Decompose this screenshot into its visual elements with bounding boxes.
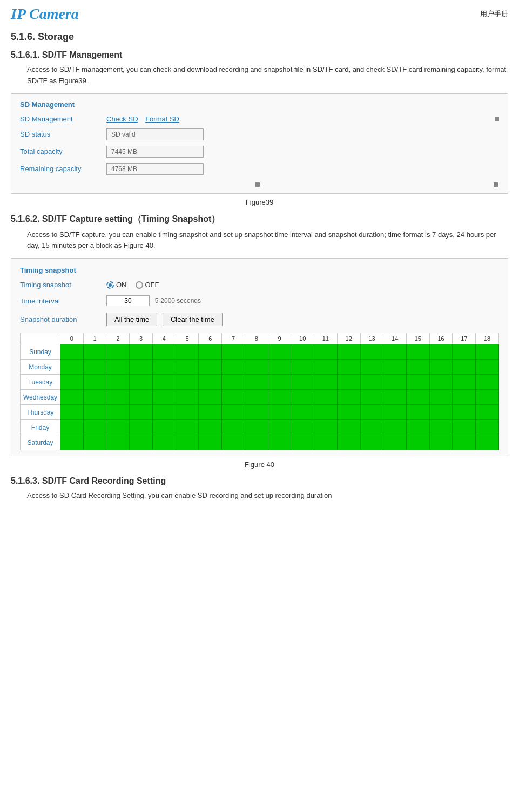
friday-cell-18[interactable] (476, 420, 499, 435)
on-radio-item[interactable]: ON (106, 281, 127, 289)
monday-cell-14[interactable] (383, 360, 407, 375)
thursday-cell-10[interactable] (291, 405, 314, 420)
wednesday-cell-17[interactable] (453, 390, 476, 405)
saturday-cell-1[interactable] (84, 435, 107, 450)
sunday-cell-12[interactable] (338, 344, 361, 360)
all-time-button[interactable]: All the time (106, 313, 157, 326)
sunday-cell-14[interactable] (383, 344, 407, 360)
sunday-cell-2[interactable] (106, 344, 130, 360)
thursday-cell-18[interactable] (476, 405, 499, 420)
tuesday-cell-12[interactable] (338, 375, 361, 390)
tuesday-cell-10[interactable] (291, 375, 314, 390)
saturday-cell-5[interactable] (176, 435, 199, 450)
monday-cell-7[interactable] (222, 360, 245, 375)
tuesday-cell-0[interactable] (60, 375, 84, 390)
thursday-cell-17[interactable] (453, 405, 476, 420)
saturday-cell-6[interactable] (199, 435, 222, 450)
tuesday-cell-8[interactable] (245, 375, 268, 390)
friday-cell-16[interactable] (430, 420, 453, 435)
monday-cell-12[interactable] (338, 360, 361, 375)
monday-cell-1[interactable] (84, 360, 107, 375)
thursday-cell-1[interactable] (84, 405, 107, 420)
monday-cell-3[interactable] (130, 360, 153, 375)
saturday-cell-13[interactable] (361, 435, 384, 450)
thursday-cell-5[interactable] (176, 405, 199, 420)
saturday-cell-12[interactable] (338, 435, 361, 450)
saturday-cell-3[interactable] (130, 435, 153, 450)
saturday-cell-17[interactable] (453, 435, 476, 450)
sunday-cell-11[interactable] (314, 344, 338, 360)
friday-cell-13[interactable] (361, 420, 384, 435)
monday-cell-9[interactable] (268, 360, 292, 375)
monday-cell-17[interactable] (453, 360, 476, 375)
tuesday-cell-2[interactable] (106, 375, 130, 390)
friday-cell-10[interactable] (291, 420, 314, 435)
thursday-cell-4[interactable] (153, 405, 176, 420)
tuesday-cell-3[interactable] (130, 375, 153, 390)
friday-cell-17[interactable] (453, 420, 476, 435)
friday-cell-9[interactable] (268, 420, 292, 435)
thursday-cell-2[interactable] (106, 405, 130, 420)
wednesday-cell-13[interactable] (361, 390, 384, 405)
friday-cell-1[interactable] (84, 420, 107, 435)
sunday-cell-17[interactable] (453, 344, 476, 360)
saturday-cell-7[interactable] (222, 435, 245, 450)
off-radio-item[interactable]: OFF (136, 281, 159, 289)
sunday-cell-7[interactable] (222, 344, 245, 360)
wednesday-cell-18[interactable] (476, 390, 499, 405)
friday-cell-6[interactable] (199, 420, 222, 435)
saturday-cell-8[interactable] (245, 435, 268, 450)
sunday-cell-3[interactable] (130, 344, 153, 360)
wednesday-cell-16[interactable] (430, 390, 453, 405)
friday-cell-8[interactable] (245, 420, 268, 435)
monday-cell-15[interactable] (407, 360, 430, 375)
saturday-cell-14[interactable] (383, 435, 407, 450)
saturday-cell-10[interactable] (291, 435, 314, 450)
thursday-cell-6[interactable] (199, 405, 222, 420)
wednesday-cell-14[interactable] (383, 390, 407, 405)
monday-cell-13[interactable] (361, 360, 384, 375)
monday-cell-10[interactable] (291, 360, 314, 375)
saturday-cell-2[interactable] (106, 435, 130, 450)
wednesday-cell-9[interactable] (268, 390, 292, 405)
saturday-cell-11[interactable] (314, 435, 338, 450)
thursday-cell-11[interactable] (314, 405, 338, 420)
tuesday-cell-9[interactable] (268, 375, 292, 390)
thursday-cell-16[interactable] (430, 405, 453, 420)
wednesday-cell-15[interactable] (407, 390, 430, 405)
monday-cell-6[interactable] (199, 360, 222, 375)
monday-cell-16[interactable] (430, 360, 453, 375)
monday-cell-2[interactable] (106, 360, 130, 375)
wednesday-cell-7[interactable] (222, 390, 245, 405)
sunday-cell-1[interactable] (84, 344, 107, 360)
thursday-cell-13[interactable] (361, 405, 384, 420)
monday-cell-8[interactable] (245, 360, 268, 375)
wednesday-cell-2[interactable] (106, 390, 130, 405)
sunday-cell-4[interactable] (153, 344, 176, 360)
sunday-cell-6[interactable] (199, 344, 222, 360)
tuesday-cell-5[interactable] (176, 375, 199, 390)
friday-cell-4[interactable] (153, 420, 176, 435)
tuesday-cell-15[interactable] (407, 375, 430, 390)
friday-cell-15[interactable] (407, 420, 430, 435)
monday-cell-0[interactable] (60, 360, 84, 375)
tuesday-cell-4[interactable] (153, 375, 176, 390)
sunday-cell-5[interactable] (176, 344, 199, 360)
wednesday-cell-11[interactable] (314, 390, 338, 405)
tuesday-cell-11[interactable] (314, 375, 338, 390)
monday-cell-18[interactable] (476, 360, 499, 375)
wednesday-cell-0[interactable] (60, 390, 84, 405)
saturday-cell-16[interactable] (430, 435, 453, 450)
tuesday-cell-14[interactable] (383, 375, 407, 390)
format-sd-link[interactable]: Format SD (145, 115, 179, 123)
wednesday-cell-5[interactable] (176, 390, 199, 405)
tuesday-cell-13[interactable] (361, 375, 384, 390)
thursday-cell-15[interactable] (407, 405, 430, 420)
thursday-cell-14[interactable] (383, 405, 407, 420)
friday-cell-0[interactable] (60, 420, 84, 435)
friday-cell-3[interactable] (130, 420, 153, 435)
friday-cell-14[interactable] (383, 420, 407, 435)
sunday-cell-18[interactable] (476, 344, 499, 360)
wednesday-cell-4[interactable] (153, 390, 176, 405)
saturday-cell-15[interactable] (407, 435, 430, 450)
